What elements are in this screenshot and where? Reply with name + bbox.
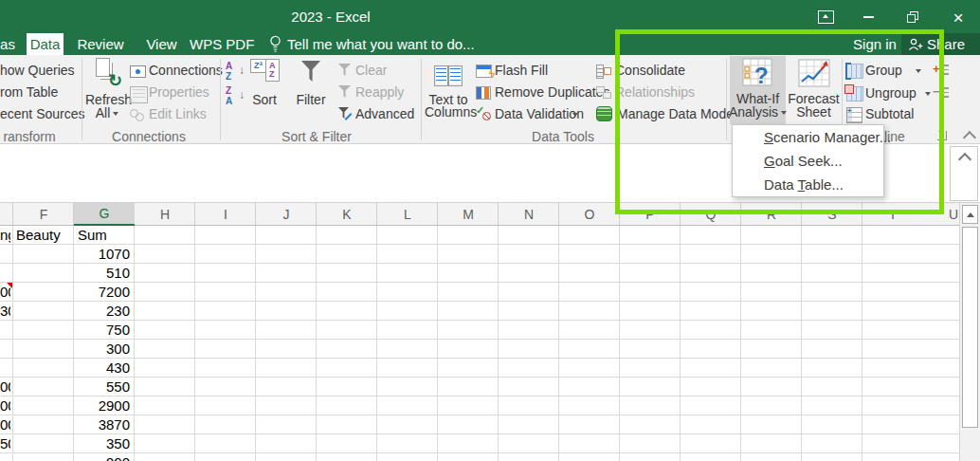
- cell-g-value[interactable]: 2900: [74, 396, 130, 415]
- ribbon-separator: [82, 59, 82, 140]
- cell-f-header[interactable]: Beauty: [16, 226, 71, 245]
- minimize-button[interactable]: [856, 6, 880, 28]
- scroll-up-button[interactable]: [962, 205, 978, 224]
- recent-sources-button-partial[interactable]: ecent Sources: [0, 106, 85, 122]
- menu-item-text: oal Seek...: [775, 153, 843, 169]
- cell-g-value[interactable]: 3870: [74, 415, 130, 434]
- cell-e-partial[interactable]: 50: [0, 434, 10, 453]
- subtotal-label: Subtotal: [865, 106, 914, 122]
- forecast-sheet-button[interactable]: Forecast Sheet: [787, 56, 841, 124]
- window-title: 2023 - Excel: [236, 9, 426, 25]
- sort-az-ascending-button[interactable]: [226, 61, 245, 82]
- restore-icon: [907, 11, 919, 24]
- tell-me-label: Tell me what you want to do...: [287, 36, 475, 52]
- sort-label: Sort: [245, 94, 284, 106]
- column-header-q[interactable]: Q: [681, 203, 741, 226]
- cell-e-partial[interactable]: 00: [0, 378, 10, 396]
- mnemonic: S: [764, 129, 773, 145]
- cell-e-partial[interactable]: ng: [0, 226, 10, 245]
- column-header-r[interactable]: R: [741, 203, 802, 226]
- menu-item-data-table[interactable]: Data Table...: [733, 173, 883, 196]
- clear-label: Clear: [355, 63, 387, 79]
- cell-g-value[interactable]: 300: [74, 340, 130, 359]
- cell-e-partial[interactable]: 00: [0, 415, 10, 434]
- column-header-n[interactable]: N: [499, 203, 559, 226]
- ribbon-display-options-button[interactable]: [813, 6, 838, 28]
- tab-review[interactable]: Review: [72, 33, 129, 55]
- cell-g-value[interactable]: 350: [74, 434, 130, 453]
- tab-data[interactable]: Data: [27, 33, 64, 55]
- vertical-scrollbar[interactable]: [959, 203, 980, 461]
- sort-dialog-icon: [250, 59, 279, 83]
- column-header-s[interactable]: S: [802, 203, 862, 226]
- cell-g-value[interactable]: 7200: [74, 283, 130, 302]
- dropdown-caret-icon: [925, 92, 931, 96]
- consolidate-label: Consolidate: [615, 63, 685, 79]
- cell-e-partial[interactable]: 30: [0, 302, 10, 321]
- refresh-all-label-2: All: [85, 107, 129, 120]
- cell-g-value[interactable]: 750: [74, 321, 130, 340]
- sign-in-button[interactable]: Sign in: [849, 33, 900, 55]
- cell-g-value[interactable]: 230: [74, 302, 130, 321]
- what-if-analysis-button[interactable]: ? What-If Analysis: [730, 56, 786, 124]
- sort-button[interactable]: Sort: [245, 56, 284, 124]
- forecast-sheet-icon: [798, 59, 830, 88]
- filter-button[interactable]: Filter: [287, 56, 335, 124]
- tab-formulas-partial[interactable]: as: [0, 33, 15, 55]
- tab-wps-pdf[interactable]: WPS PDF: [190, 33, 252, 55]
- dropdown-caret-icon: [572, 113, 578, 117]
- close-button[interactable]: ×: [946, 6, 971, 28]
- column-header-j[interactable]: J: [256, 203, 317, 226]
- column-header-p[interactable]: P: [620, 203, 681, 226]
- what-if-analysis-icon: ?: [742, 58, 773, 89]
- column-header-f[interactable]: F: [13, 203, 74, 226]
- share-person-icon: [908, 37, 923, 52]
- outline-dialog-launcher-icon[interactable]: [937, 131, 947, 140]
- column-header-h[interactable]: H: [135, 203, 195, 226]
- scrollbar-thumb[interactable]: [962, 227, 978, 428]
- column-header-m[interactable]: M: [438, 203, 499, 226]
- dropdown-caret-icon: [113, 112, 118, 116]
- show-queries-button-partial[interactable]: how Queries: [0, 63, 75, 79]
- cell-g-value[interactable]: 1070: [74, 245, 130, 264]
- menu-item-goal-seek[interactable]: Goal Seek...: [733, 149, 883, 173]
- ungroup-icon: [846, 86, 863, 101]
- ribbon-separator: [421, 59, 422, 140]
- text-to-columns-icon: [431, 58, 465, 86]
- ribbon-display-options-icon: [818, 10, 834, 24]
- cell-g-value[interactable]: 430: [74, 359, 130, 378]
- cell-g-value[interactable]: 510: [74, 264, 130, 283]
- filter-label: Filter: [287, 94, 335, 106]
- column-header-t[interactable]: T: [862, 203, 923, 226]
- from-table-button-partial[interactable]: rom Table: [0, 84, 58, 101]
- data-validation-icon: [476, 107, 491, 120]
- sheet-grid: ng Beauty Sum 1070 510 00 7200 30 230 75…: [0, 226, 959, 461]
- relationships-icon: [596, 86, 611, 99]
- text-to-columns-button[interactable]: Text to Columns: [425, 56, 472, 124]
- remove-duplicates-icon: [476, 86, 491, 100]
- refresh-all-button[interactable]: Refresh All: [85, 56, 129, 124]
- column-header-g-selected[interactable]: G: [74, 203, 135, 226]
- menu-item-scenario-manager[interactable]: Scenario Manager...: [733, 125, 883, 149]
- column-header-i[interactable]: I: [195, 203, 256, 226]
- cell-g-value[interactable]: 550: [74, 378, 130, 396]
- dropdown-caret-icon: [916, 69, 921, 73]
- subtotal-icon: [846, 107, 862, 123]
- tell-me-box[interactable]: Tell me what you want to do...: [269, 33, 475, 55]
- show-detail-button[interactable]: [933, 64, 950, 77]
- cell-g-value[interactable]: 900: [74, 453, 130, 461]
- edit-links-label: Edit Links: [149, 106, 207, 122]
- sort-za-descending-button[interactable]: [226, 85, 245, 106]
- column-header-k[interactable]: K: [317, 203, 377, 226]
- cell-g-header[interactable]: Sum: [78, 226, 131, 245]
- formula-bar-expand-box[interactable]: [950, 146, 978, 201]
- share-button[interactable]: Share: [901, 33, 980, 55]
- svg-text:?: ?: [754, 63, 769, 88]
- hide-detail-button[interactable]: [933, 86, 950, 100]
- column-header-o[interactable]: O: [559, 203, 620, 226]
- cell-e-partial[interactable]: 00: [0, 396, 10, 415]
- tab-view[interactable]: View: [140, 33, 183, 55]
- ribbon-separator: [726, 59, 727, 140]
- restore-button[interactable]: [900, 6, 925, 28]
- column-header-l[interactable]: L: [377, 203, 438, 226]
